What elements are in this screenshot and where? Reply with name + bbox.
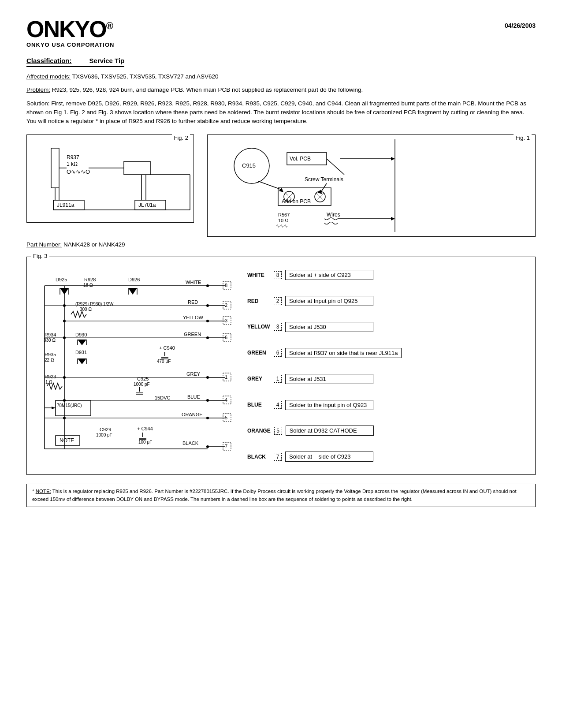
logo-area: ONKYO® ONKYO USA CORPORATION (26, 18, 114, 48)
svg-text:RED: RED (188, 299, 198, 305)
svg-text:15DVC: 15DVC (155, 395, 171, 400)
wire-color-black: BLACK (247, 454, 270, 460)
svg-point-147 (63, 336, 66, 339)
svg-text:C929: C929 (100, 427, 111, 432)
svg-text:BLUE: BLUE (187, 394, 200, 399)
solder-red: RED 2 Solder at Input pin of Q925 (247, 296, 531, 306)
svg-text:NOTE: NOTE (60, 437, 74, 444)
fig2-diagram: Fig. 2 R937 1 kΩ O∿∿∿O JL911a JL701a (26, 134, 194, 223)
svg-text:∿∿∿: ∿∿∿ (276, 223, 288, 228)
solder-instruction-6: Solder at R937 on side that is near JL91… (285, 348, 402, 358)
fig1-diagram: Fig. 1 C915 Vol. PCB Screw Terminals Add… (207, 134, 536, 237)
svg-text:1 kΩ: 1 kΩ (67, 161, 78, 167)
classification-row: Classification: Service Tip (26, 57, 124, 67)
solution-label: Solution: (26, 100, 50, 107)
svg-text:R567: R567 (278, 212, 290, 217)
svg-marker-89 (78, 358, 86, 364)
svg-text:Wires: Wires (327, 212, 340, 218)
wire-color-green: GREEN (247, 350, 270, 356)
wire-num-2: 2 (274, 297, 282, 305)
svg-point-59 (206, 284, 209, 287)
svg-marker-34 (279, 188, 283, 192)
svg-text:JL701a: JL701a (138, 202, 156, 208)
solder-black: BLACK 7 Solder at – side of C923 (247, 452, 531, 462)
svg-point-148 (63, 376, 66, 379)
logo-main: ONKYO® (26, 18, 114, 41)
svg-line-23 (327, 159, 344, 175)
svg-text:18 Ω: 18 Ω (83, 283, 93, 287)
svg-text:D931: D931 (75, 350, 87, 355)
svg-text:470 μF: 470 μF (157, 359, 171, 364)
svg-point-133 (206, 445, 209, 448)
affected-models-label: Affected models: (26, 73, 71, 80)
svg-text:7: 7 (225, 444, 227, 449)
svg-text:1000 pF: 1000 pF (96, 433, 112, 437)
svg-text:8: 8 (225, 283, 227, 288)
svg-text:D930: D930 (75, 332, 87, 337)
note-box: * NOTE: This is a regulator replacing R9… (26, 484, 536, 507)
solder-white: WHITE 8 Solder at + side of C923 (247, 270, 531, 280)
svg-text:GREY: GREY (186, 371, 201, 377)
fig3-content: D925 R928 18 Ω D926 WHITE (31, 264, 531, 468)
fig3-label: Fig. 3 (31, 253, 49, 259)
solder-instruction-7: Solder at – side of C923 (285, 452, 373, 462)
svg-marker-45 (391, 217, 395, 220)
svg-text:R935: R935 (45, 352, 56, 357)
svg-text:R923: R923 (45, 374, 56, 379)
solder-instruction-3: Solder at J530 (285, 322, 373, 332)
solder-instructions: WHITE 8 Solder at + side of C923 RED 2 S… (243, 264, 531, 468)
svg-text:6: 6 (225, 335, 227, 340)
wire-color-orange: ORANGE (247, 428, 271, 434)
svg-line-33 (258, 181, 283, 190)
logo-subtitle: ONKYO USA CORPORATION (26, 41, 114, 48)
diagrams-row: Fig. 2 R937 1 kΩ O∿∿∿O JL911a JL701a (26, 134, 536, 237)
problem-label: Problem: (26, 86, 50, 93)
wire-color-red: RED (247, 298, 270, 304)
svg-text:WHITE: WHITE (186, 280, 201, 285)
affected-models-value: TXSV636, TXSV525, TXSV535, TXSV727 and A… (72, 73, 219, 80)
problem-section: Problem: R923, 925, 926, 928, 924 burn, … (26, 86, 536, 94)
svg-text:5: 5 (225, 415, 227, 420)
logo-text-main: ONKYO (26, 16, 106, 42)
header: ONKYO® ONKYO USA CORPORATION 04/26/2003 (26, 18, 536, 48)
svg-text:R937: R937 (67, 154, 79, 161)
svg-text:2: 2 (225, 302, 227, 308)
wire-num-8: 8 (274, 271, 282, 279)
svg-text:C915: C915 (242, 162, 256, 169)
svg-point-149 (63, 399, 66, 402)
wire-num-3: 3 (274, 323, 282, 331)
svg-text:JL911a: JL911a (57, 202, 74, 208)
solution-section: Solution: First, remove D925, D926, R929… (26, 99, 536, 126)
affected-models-section: Affected models: TXSV636, TXSV525, TXSV5… (26, 72, 536, 81)
fig1-label: Fig. 1 (514, 134, 532, 141)
note-text: This is a regulator replacing R925 and R… (32, 489, 517, 501)
note-asterisk: * (32, 489, 36, 494)
fig2-svg: R937 1 kΩ O∿∿∿O JL911a JL701a (27, 135, 194, 222)
svg-point-150 (63, 417, 66, 419)
solder-grey: GREY 1 Solder at J531 (247, 374, 531, 384)
svg-text:YELLOW: YELLOW (183, 315, 203, 320)
svg-rect-0 (51, 148, 59, 188)
svg-text:Add on PCB: Add on PCB (282, 198, 311, 205)
logo-reg: ® (106, 20, 112, 31)
part-number: Part Number: NANK428 or NANK429 (26, 241, 536, 248)
svg-text:R934: R934 (45, 332, 56, 337)
classification-label: Classification: (26, 57, 72, 64)
svg-text:1000 pF: 1000 pF (134, 382, 150, 387)
wire-num-6: 6 (274, 349, 282, 357)
svg-text:+ C940: + C940 (159, 345, 175, 351)
solder-instruction-5: Solder at D932 CATHODE (286, 426, 374, 436)
wire-num-5: 5 (274, 427, 282, 435)
svg-marker-78 (78, 340, 86, 345)
wire-num-7: 7 (274, 453, 282, 461)
solder-blue: BLUE 4 Solder to the input pin of Q923 (247, 400, 531, 410)
solder-yellow: YELLOW 3 Solder at J530 (247, 322, 531, 332)
svg-marker-55 (128, 288, 137, 295)
svg-text:C925: C925 (137, 376, 149, 381)
note-label: NOTE: (36, 489, 51, 494)
problem-value: R923, 925, 926, 928, 924 burn, and damag… (52, 86, 363, 93)
svg-text:D925: D925 (56, 277, 67, 282)
fig3-diagram: Fig. 3 D925 R928 1 (26, 257, 536, 475)
svg-point-151 (63, 320, 66, 322)
svg-text:D926: D926 (128, 277, 140, 282)
